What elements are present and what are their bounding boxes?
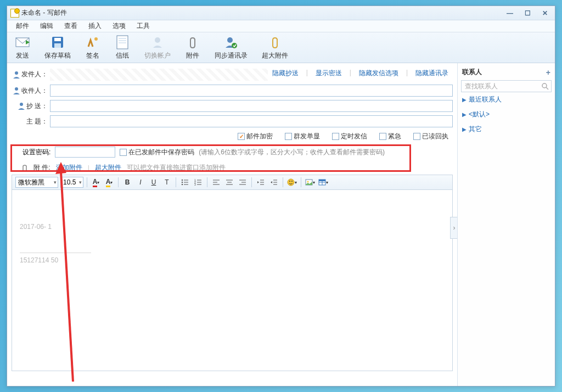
menu-tools[interactable]: 工具 bbox=[131, 20, 155, 32]
sync-contacts-icon bbox=[223, 35, 239, 50]
urgent-checkbox[interactable]: 紧急 bbox=[379, 132, 401, 141]
cc-input[interactable] bbox=[50, 100, 453, 112]
svg-rect-6 bbox=[117, 36, 128, 49]
password-input[interactable] bbox=[55, 147, 115, 158]
subject-input[interactable] bbox=[50, 115, 453, 127]
main-column: 发件人： 隐藏抄送 | 显示密送 | 隐藏发信选项 | 隐藏通讯录 收件人： bbox=[7, 63, 457, 386]
sync-contacts-button[interactable]: 同步通讯录 bbox=[212, 33, 250, 61]
subject-label: 主 题： bbox=[12, 117, 50, 126]
maximize-button[interactable]: ☐ bbox=[521, 9, 534, 18]
big-attachment-label: 超大附件 bbox=[262, 51, 288, 60]
sidebar-title: 联系人 bbox=[462, 68, 482, 77]
svg-point-10 bbox=[155, 37, 160, 43]
switch-account-button[interactable]: 切换帐户 bbox=[142, 33, 173, 61]
show-bcc-link[interactable]: 显示密送 bbox=[316, 69, 342, 78]
indent-button[interactable] bbox=[268, 177, 279, 188]
menu-edit[interactable]: 编辑 bbox=[35, 20, 59, 32]
svg-marker-37 bbox=[257, 181, 259, 183]
menu-insert[interactable]: 插入 bbox=[83, 20, 107, 32]
svg-point-12 bbox=[232, 43, 237, 48]
insert-image-button[interactable]: ▾ bbox=[305, 177, 316, 188]
align-right-button[interactable] bbox=[237, 177, 248, 188]
align-left-button[interactable] bbox=[211, 177, 222, 188]
svg-line-57 bbox=[546, 87, 548, 89]
menu-view[interactable]: 查看 bbox=[59, 20, 83, 32]
toolbar: 发送 保存草稿 签名 信纸 切换帐户 bbox=[7, 32, 555, 63]
password-label: 设置密码: bbox=[23, 148, 50, 157]
font-size-button[interactable]: T bbox=[161, 177, 172, 188]
svg-marker-55 bbox=[55, 162, 66, 174]
menu-mail[interactable]: 邮件 bbox=[10, 20, 35, 32]
mass-separate-checkbox[interactable]: 群发单显 bbox=[285, 132, 320, 141]
to-input[interactable] bbox=[50, 85, 453, 97]
add-contact-button[interactable]: + bbox=[546, 68, 550, 77]
sync-contacts-label: 同步通讯录 bbox=[215, 51, 248, 60]
compose-options: 隐藏抄送 | 显示密送 | 隐藏发信选项 | 隐藏通讯录 bbox=[268, 68, 453, 81]
signature-button[interactable]: 签名 bbox=[83, 33, 103, 61]
password-row: 设置密码: 在已发邮件中保存密码 (请输入6位数字或字母，区分大小写；收件人查看… bbox=[12, 143, 453, 161]
sender-display[interactable] bbox=[50, 69, 268, 81]
attachment-label: 附件 bbox=[186, 51, 199, 60]
attach-hint: 可以把文件直接拖进窗口添加附件 bbox=[127, 163, 226, 172]
read-receipt-checkbox[interactable]: 已读回执 bbox=[413, 132, 448, 141]
number-list-button[interactable]: 123 bbox=[193, 177, 204, 188]
big-attachment-button[interactable]: 超大附件 bbox=[260, 33, 290, 61]
save-password-checkbox[interactable]: 在已发邮件中保存密码 bbox=[120, 148, 194, 157]
letter-paper-icon bbox=[115, 35, 130, 50]
hide-send-options-link[interactable]: 隐藏发信选项 bbox=[359, 69, 398, 78]
password-hint: (请输入6位数字或字母，区分大小写；收件人查看邮件需要密码) bbox=[199, 148, 385, 157]
signature-label: 签名 bbox=[86, 51, 99, 60]
contact-search-input[interactable]: 查找联系人 bbox=[461, 80, 552, 92]
toggle-side-button[interactable]: › bbox=[450, 217, 457, 239]
svg-point-47 bbox=[291, 181, 293, 182]
compose-icon bbox=[10, 9, 19, 18]
save-icon bbox=[50, 35, 65, 50]
big-attachment-icon bbox=[267, 35, 283, 50]
minimize-button[interactable]: — bbox=[503, 9, 516, 18]
letter-paper-button[interactable]: 信纸 bbox=[113, 33, 132, 61]
svg-rect-4 bbox=[54, 43, 61, 48]
attachment-button[interactable]: 附件 bbox=[183, 33, 203, 61]
send-options-row: 邮件加密 群发单显 定时发信 紧急 已读回执 bbox=[12, 131, 453, 143]
menu-options[interactable]: 选项 bbox=[107, 20, 131, 32]
letter-paper-label: 信纸 bbox=[116, 51, 129, 60]
person-icon bbox=[13, 71, 20, 79]
contact-group-recent[interactable]: ▶最近联系人 bbox=[461, 92, 552, 107]
pen-icon bbox=[85, 35, 100, 50]
bold-button[interactable]: B bbox=[122, 177, 133, 188]
send-icon bbox=[15, 35, 30, 50]
contact-group-other[interactable]: ▶其它 bbox=[461, 122, 552, 137]
paperclip-icon bbox=[21, 164, 28, 172]
align-center-button[interactable] bbox=[224, 177, 235, 188]
svg-text:3: 3 bbox=[194, 183, 196, 186]
svg-line-54 bbox=[61, 172, 73, 382]
insert-table-button[interactable]: ▾ bbox=[318, 177, 329, 188]
emoji-button[interactable]: ▾ bbox=[286, 177, 297, 188]
svg-point-11 bbox=[227, 37, 233, 43]
window-controls: — ☐ ✕ bbox=[503, 9, 552, 18]
contact-group-default[interactable]: ▶<默认> bbox=[461, 107, 552, 122]
italic-button[interactable]: I bbox=[135, 177, 146, 188]
svg-point-45 bbox=[288, 179, 294, 186]
hide-cc-link[interactable]: 隐藏抄送 bbox=[272, 69, 299, 78]
send-button[interactable]: 发送 bbox=[13, 33, 32, 61]
underline-button[interactable]: U bbox=[148, 177, 159, 188]
svg-rect-3 bbox=[54, 38, 61, 41]
svg-point-20 bbox=[182, 184, 183, 185]
encrypt-checkbox[interactable]: 邮件加密 bbox=[238, 132, 273, 141]
paperclip-icon bbox=[185, 35, 200, 50]
compose-window: 未命名 - 写邮件 — ☐ ✕ 邮件 编辑 查看 插入 选项 工具 发送 保存草… bbox=[7, 5, 555, 387]
scheduled-checkbox[interactable]: 定时发信 bbox=[332, 132, 367, 141]
close-button[interactable]: ✕ bbox=[538, 9, 552, 18]
hide-contacts-link[interactable]: 隐藏通讯录 bbox=[415, 69, 448, 78]
svg-marker-41 bbox=[271, 181, 272, 183]
svg-point-5 bbox=[94, 37, 98, 41]
bullet-list-button[interactable] bbox=[179, 177, 190, 188]
window-title: 未命名 - 写邮件 bbox=[21, 8, 67, 18]
save-draft-button[interactable]: 保存草稿 bbox=[42, 33, 73, 61]
cc-label: 抄 送： bbox=[12, 102, 50, 111]
svg-point-14 bbox=[15, 87, 18, 91]
send-label: 发送 bbox=[16, 51, 29, 60]
sender-label: 发件人： bbox=[12, 70, 50, 79]
outdent-button[interactable] bbox=[255, 177, 266, 188]
